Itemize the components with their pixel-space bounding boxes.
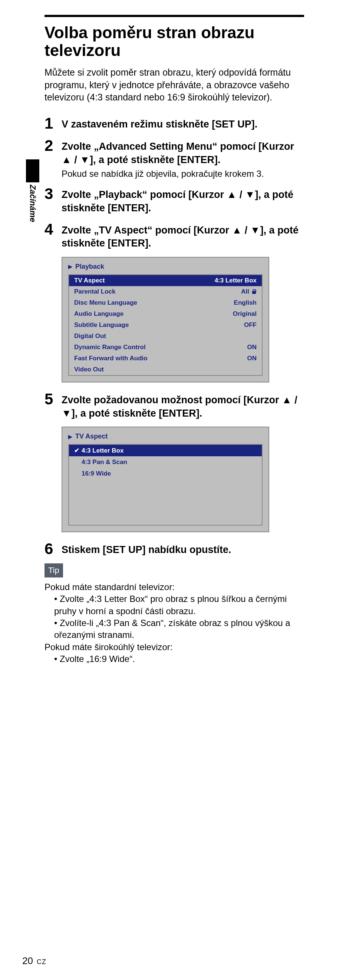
menu-title-text: TV Aspect bbox=[75, 433, 107, 440]
menu-row-dynamic-range[interactable]: Dynamic Range Control ON bbox=[69, 342, 262, 353]
menu-value-text: All bbox=[241, 288, 249, 296]
menu-title: ▶ TV Aspect bbox=[68, 433, 263, 440]
side-tab: Začínáme bbox=[26, 159, 39, 223]
tip-bullet: Zvolte „16:9 Wide“. bbox=[54, 653, 304, 665]
step-text: Zvolte „Advanced Setting Menu“ pomocí [K… bbox=[62, 138, 304, 180]
step-number: 2 bbox=[45, 138, 62, 153]
step-number: 4 bbox=[45, 222, 62, 237]
option-wrap: ✔16:9 Wide bbox=[74, 469, 111, 477]
step-number: 1 bbox=[45, 116, 62, 131]
step-4: 4 Zvolte „TV Aspect“ pomocí [Kurzor ▲ / … bbox=[45, 222, 304, 250]
menu-row-digital-out[interactable]: Digital Out bbox=[69, 331, 262, 342]
menu-label: Audio Language bbox=[74, 310, 123, 318]
step-text: Stiskem [SET UP] nabídku opustíte. bbox=[62, 541, 231, 557]
step-text: Zvolte „TV Aspect“ pomocí [Kurzor ▲ / ▼]… bbox=[62, 222, 304, 250]
tip-bullet: Zvolte „4:3 Letter Box“ pro obraz s plno… bbox=[54, 593, 304, 617]
tip-block: Tip Pokud máte standardní televizor: Zvo… bbox=[45, 563, 304, 665]
step-text: Zvolte požadovanou možnost pomocí [Kurzo… bbox=[62, 391, 304, 420]
tip-line: Pokud máte širokoúhlý televizor: bbox=[45, 641, 304, 653]
step-text: V zastaveném režimu stiskněte [SET UP]. bbox=[62, 116, 257, 131]
menu-row-ff-audio[interactable]: Fast Forward with Audio ON bbox=[69, 353, 262, 364]
menu-label: Dynamic Range Control bbox=[74, 344, 146, 351]
menu-label: Video Out bbox=[74, 366, 104, 373]
option-wrap: ✔4:3 Pan & Scan bbox=[74, 458, 127, 466]
menu-row-disc-menu-language[interactable]: Disc Menu Language English bbox=[69, 297, 262, 309]
tv-aspect-menu: ▶ TV Aspect ✔4:3 Letter Box ✔4:3 Pan & S… bbox=[62, 426, 269, 532]
option-label: 16:9 Wide bbox=[81, 470, 111, 477]
menu-label: Subtitle Language bbox=[74, 321, 129, 329]
menu-option-panscan[interactable]: ✔4:3 Pan & Scan bbox=[69, 456, 262, 468]
menu-row-audio-language[interactable]: Audio Language Original bbox=[69, 309, 262, 320]
option-wrap: ✔4:3 Letter Box bbox=[74, 447, 123, 454]
page-number: 20 bbox=[22, 955, 33, 967]
step-3: 3 Zvolte „Playback“ pomocí [Kurzor ▲ / ▼… bbox=[45, 186, 304, 215]
step-number: 5 bbox=[45, 391, 62, 407]
page-footer: 20 CZ bbox=[22, 955, 46, 967]
step-number: 6 bbox=[45, 541, 62, 557]
option-label: 4:3 Pan & Scan bbox=[81, 458, 127, 466]
tip-bullet: Zvolíte-li „4:3 Pan & Scan“, získáte obr… bbox=[54, 617, 304, 641]
menu-label: Digital Out bbox=[74, 332, 106, 340]
menu-row-subtitle-language[interactable]: Subtitle Language OFF bbox=[69, 320, 262, 331]
menu-label: Disc Menu Language bbox=[74, 299, 137, 307]
menu-label: Fast Forward with Audio bbox=[74, 355, 148, 362]
step-1: 1 V zastaveném režimu stiskněte [SET UP]… bbox=[45, 116, 304, 131]
side-tab-label: Začínáme bbox=[28, 185, 37, 223]
menu-value: ON bbox=[247, 344, 257, 351]
step-text: Zvolte „Playback“ pomocí [Kurzor ▲ / ▼],… bbox=[62, 186, 304, 215]
side-tab-marker bbox=[26, 159, 39, 182]
menu-row-parental-lock[interactable]: Parental Lock All bbox=[69, 286, 262, 297]
menu-row-tv-aspect[interactable]: TV Aspect 4:3 Letter Box bbox=[69, 275, 262, 286]
menu-value: 4:3 Letter Box bbox=[215, 277, 257, 284]
play-icon: ▶ bbox=[68, 264, 72, 269]
menu-value: ON bbox=[247, 355, 257, 362]
top-rule bbox=[45, 15, 304, 17]
menu-inner: TV Aspect 4:3 Letter Box Parental Lock A… bbox=[68, 274, 263, 376]
step-2: 2 Zvolte „Advanced Setting Menu“ pomocí … bbox=[45, 138, 304, 180]
menu-value: OFF bbox=[244, 321, 257, 329]
step-note: Pokud se nabídka již objevila, pokračujt… bbox=[62, 168, 304, 180]
steps-list: 1 V zastaveném režimu stiskněte [SET UP]… bbox=[45, 116, 304, 557]
menu-value: Original bbox=[233, 310, 257, 318]
menu-option-wide[interactable]: ✔16:9 Wide bbox=[69, 468, 262, 479]
menu-title: ▶ Playback bbox=[68, 263, 263, 270]
lock-icon bbox=[251, 289, 257, 294]
step-6: 6 Stiskem [SET UP] nabídku opustíte. bbox=[45, 541, 304, 557]
play-icon: ▶ bbox=[68, 434, 72, 439]
page-lang: CZ bbox=[37, 958, 46, 966]
menu-label: TV Aspect bbox=[74, 277, 105, 284]
menu-label: Parental Lock bbox=[74, 288, 116, 296]
menu-inner: ✔4:3 Letter Box ✔4:3 Pan & Scan ✔16:9 Wi… bbox=[68, 444, 263, 526]
menu-value: English bbox=[234, 299, 257, 307]
option-label: 4:3 Letter Box bbox=[81, 447, 123, 454]
check-icon: ✔ bbox=[74, 447, 80, 454]
step-main: Zvolte „Advanced Setting Menu“ pomocí [K… bbox=[62, 141, 294, 165]
menu-value: All bbox=[241, 288, 257, 296]
tip-badge: Tip bbox=[45, 563, 63, 578]
step-number: 3 bbox=[45, 186, 62, 202]
menu-title-text: Playback bbox=[75, 263, 104, 270]
step-5: 5 Zvolte požadovanou možnost pomocí [Kur… bbox=[45, 391, 304, 420]
menu-option-letterbox[interactable]: ✔4:3 Letter Box bbox=[69, 445, 262, 456]
page-title: Volba poměru stran obrazu televizoru bbox=[45, 24, 304, 60]
menu-row-video-out[interactable]: Video Out bbox=[69, 364, 262, 375]
tip-line: Pokud máte standardní televizor: bbox=[45, 581, 304, 593]
playback-menu: ▶ Playback TV Aspect 4:3 Letter Box Pare… bbox=[62, 257, 269, 382]
intro-text: Můžete si zvolit poměr stran obrazu, kte… bbox=[45, 66, 304, 104]
